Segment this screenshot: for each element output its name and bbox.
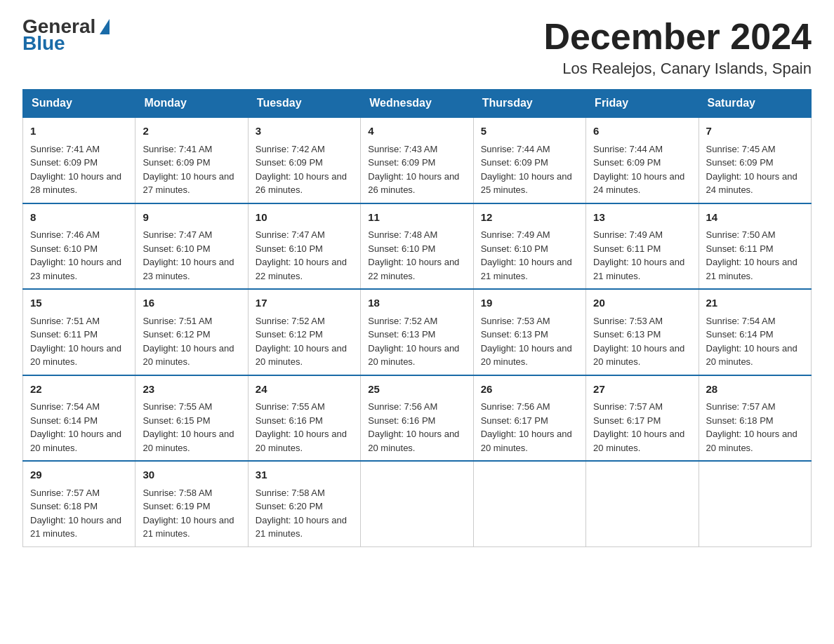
calendar-cell: 13Sunrise: 7:49 AMSunset: 6:11 PMDayligh… — [586, 203, 699, 290]
calendar-cell: 17Sunrise: 7:52 AMSunset: 6:12 PMDayligh… — [248, 289, 360, 375]
day-of-week-header: Wednesday — [361, 90, 473, 118]
day-info: Sunrise: 7:44 AMSunset: 6:09 PMDaylight:… — [481, 144, 572, 196]
day-number: 16 — [143, 295, 240, 311]
day-info: Sunrise: 7:47 AMSunset: 6:10 PMDaylight:… — [143, 229, 234, 281]
calendar-cell: 31Sunrise: 7:58 AMSunset: 6:20 PMDayligh… — [248, 461, 360, 546]
calendar-cell: 28Sunrise: 7:57 AMSunset: 6:18 PMDayligh… — [699, 375, 811, 462]
month-title: December 2024 — [543, 17, 812, 57]
day-info: Sunrise: 7:58 AMSunset: 6:19 PMDaylight:… — [143, 488, 234, 539]
day-of-week-header: Thursday — [473, 90, 585, 118]
day-info: Sunrise: 7:47 AMSunset: 6:10 PMDaylight:… — [256, 229, 347, 281]
day-info: Sunrise: 7:57 AMSunset: 6:18 PMDaylight:… — [706, 401, 797, 453]
day-info: Sunrise: 7:45 AMSunset: 6:09 PMDaylight:… — [706, 144, 797, 196]
day-number: 26 — [481, 382, 578, 398]
day-info: Sunrise: 7:48 AMSunset: 6:10 PMDaylight:… — [368, 229, 459, 281]
calendar-cell: 24Sunrise: 7:55 AMSunset: 6:16 PMDayligh… — [248, 375, 360, 462]
day-number: 23 — [143, 382, 240, 398]
day-number: 11 — [368, 210, 465, 226]
calendar-cell: 5Sunrise: 7:44 AMSunset: 6:09 PMDaylight… — [473, 117, 585, 203]
week-row: 29Sunrise: 7:57 AMSunset: 6:18 PMDayligh… — [23, 461, 812, 546]
calendar-cell: 8Sunrise: 7:46 AMSunset: 6:10 PMDaylight… — [23, 203, 135, 290]
day-number: 18 — [368, 295, 465, 311]
day-info: Sunrise: 7:51 AMSunset: 6:11 PMDaylight:… — [30, 316, 121, 368]
day-info: Sunrise: 7:49 AMSunset: 6:11 PMDaylight:… — [593, 229, 684, 281]
day-of-week-header: Saturday — [699, 90, 811, 118]
day-number: 17 — [256, 295, 353, 311]
day-info: Sunrise: 7:51 AMSunset: 6:12 PMDaylight:… — [143, 316, 234, 368]
calendar-cell: 25Sunrise: 7:56 AMSunset: 6:16 PMDayligh… — [361, 375, 473, 462]
calendar-cell: 19Sunrise: 7:53 AMSunset: 6:13 PMDayligh… — [473, 289, 585, 375]
day-info: Sunrise: 7:57 AMSunset: 6:17 PMDaylight:… — [593, 401, 684, 453]
calendar-cell: 29Sunrise: 7:57 AMSunset: 6:18 PMDayligh… — [23, 461, 135, 546]
day-info: Sunrise: 7:58 AMSunset: 6:20 PMDaylight:… — [256, 488, 347, 539]
day-number: 14 — [706, 210, 804, 226]
calendar-cell — [586, 461, 699, 546]
calendar-cell: 2Sunrise: 7:41 AMSunset: 6:09 PMDaylight… — [135, 117, 248, 203]
calendar-cell: 21Sunrise: 7:54 AMSunset: 6:14 PMDayligh… — [699, 289, 811, 375]
day-number: 2 — [143, 123, 240, 140]
day-info: Sunrise: 7:52 AMSunset: 6:13 PMDaylight:… — [368, 316, 459, 368]
logo: General Blue — [22, 17, 110, 53]
day-info: Sunrise: 7:56 AMSunset: 6:16 PMDaylight:… — [368, 401, 459, 453]
day-number: 22 — [30, 382, 128, 398]
day-number: 10 — [256, 210, 353, 226]
day-number: 25 — [368, 382, 465, 398]
logo-blue: Blue — [22, 34, 65, 53]
day-number: 6 — [593, 123, 691, 140]
calendar-cell: 20Sunrise: 7:53 AMSunset: 6:13 PMDayligh… — [586, 289, 699, 375]
day-info: Sunrise: 7:41 AMSunset: 6:09 PMDaylight:… — [30, 144, 121, 196]
day-number: 24 — [256, 382, 353, 398]
day-number: 12 — [481, 210, 578, 226]
calendar-cell: 16Sunrise: 7:51 AMSunset: 6:12 PMDayligh… — [135, 289, 248, 375]
calendar-cell: 22Sunrise: 7:54 AMSunset: 6:14 PMDayligh… — [23, 375, 135, 462]
calendar-cell: 15Sunrise: 7:51 AMSunset: 6:11 PMDayligh… — [23, 289, 135, 375]
day-info: Sunrise: 7:50 AMSunset: 6:11 PMDaylight:… — [706, 229, 797, 281]
day-number: 1 — [30, 123, 128, 140]
page-header: General Blue December 2024 Los Realejos,… — [22, 17, 812, 78]
day-number: 29 — [30, 467, 128, 483]
week-row: 22Sunrise: 7:54 AMSunset: 6:14 PMDayligh… — [23, 375, 812, 462]
calendar-cell: 14Sunrise: 7:50 AMSunset: 6:11 PMDayligh… — [699, 203, 811, 290]
day-number: 31 — [256, 467, 353, 483]
day-info: Sunrise: 7:54 AMSunset: 6:14 PMDaylight:… — [30, 401, 121, 453]
day-info: Sunrise: 7:56 AMSunset: 6:17 PMDaylight:… — [481, 401, 572, 453]
day-info: Sunrise: 7:43 AMSunset: 6:09 PMDaylight:… — [368, 144, 459, 196]
calendar-cell: 27Sunrise: 7:57 AMSunset: 6:17 PMDayligh… — [586, 375, 699, 462]
day-info: Sunrise: 7:52 AMSunset: 6:12 PMDaylight:… — [256, 316, 347, 368]
day-info: Sunrise: 7:46 AMSunset: 6:10 PMDaylight:… — [30, 229, 121, 281]
day-number: 3 — [256, 123, 353, 140]
calendar-cell: 23Sunrise: 7:55 AMSunset: 6:15 PMDayligh… — [135, 375, 248, 462]
day-number: 9 — [143, 210, 240, 226]
day-number: 19 — [481, 295, 578, 311]
day-number: 4 — [368, 123, 465, 140]
calendar-table: SundayMondayTuesdayWednesdayThursdayFrid… — [22, 89, 812, 547]
calendar-cell: 26Sunrise: 7:56 AMSunset: 6:17 PMDayligh… — [473, 375, 585, 462]
calendar-cell: 6Sunrise: 7:44 AMSunset: 6:09 PMDaylight… — [586, 117, 699, 203]
day-info: Sunrise: 7:57 AMSunset: 6:18 PMDaylight:… — [30, 488, 121, 539]
calendar-cell: 4Sunrise: 7:43 AMSunset: 6:09 PMDaylight… — [361, 117, 473, 203]
calendar-cell: 9Sunrise: 7:47 AMSunset: 6:10 PMDaylight… — [135, 203, 248, 290]
day-of-week-header: Monday — [135, 90, 248, 118]
day-number: 13 — [593, 210, 691, 226]
day-of-week-header: Friday — [586, 90, 699, 118]
day-number: 8 — [30, 210, 128, 226]
calendar-cell — [361, 461, 473, 546]
calendar-cell: 3Sunrise: 7:42 AMSunset: 6:09 PMDaylight… — [248, 117, 360, 203]
calendar-cell: 11Sunrise: 7:48 AMSunset: 6:10 PMDayligh… — [361, 203, 473, 290]
day-info: Sunrise: 7:55 AMSunset: 6:15 PMDaylight:… — [143, 401, 234, 453]
week-row: 8Sunrise: 7:46 AMSunset: 6:10 PMDaylight… — [23, 203, 812, 290]
calendar-cell: 12Sunrise: 7:49 AMSunset: 6:10 PMDayligh… — [473, 203, 585, 290]
calendar-cell: 18Sunrise: 7:52 AMSunset: 6:13 PMDayligh… — [361, 289, 473, 375]
calendar-cell: 10Sunrise: 7:47 AMSunset: 6:10 PMDayligh… — [248, 203, 360, 290]
day-info: Sunrise: 7:55 AMSunset: 6:16 PMDaylight:… — [256, 401, 347, 453]
day-info: Sunrise: 7:44 AMSunset: 6:09 PMDaylight:… — [593, 144, 684, 196]
calendar-cell: 30Sunrise: 7:58 AMSunset: 6:19 PMDayligh… — [135, 461, 248, 546]
day-number: 20 — [593, 295, 691, 311]
calendar-cell: 7Sunrise: 7:45 AMSunset: 6:09 PMDaylight… — [699, 117, 811, 203]
day-info: Sunrise: 7:42 AMSunset: 6:09 PMDaylight:… — [256, 144, 347, 196]
title-block: December 2024 Los Realejos, Canary Islan… — [543, 17, 812, 78]
day-of-week-header: Tuesday — [248, 90, 360, 118]
day-number: 30 — [143, 467, 240, 483]
day-number: 15 — [30, 295, 128, 311]
day-info: Sunrise: 7:49 AMSunset: 6:10 PMDaylight:… — [481, 229, 572, 281]
